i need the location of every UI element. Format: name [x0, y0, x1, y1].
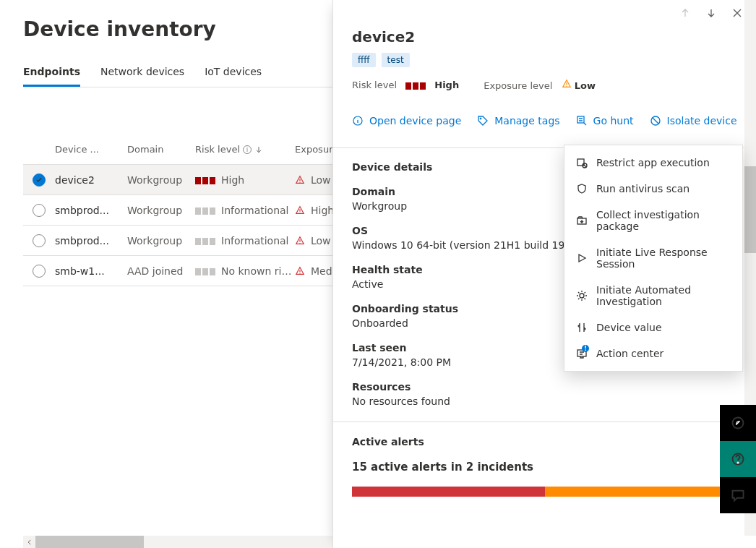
warning-icon: [295, 266, 305, 276]
warning-icon: [295, 205, 305, 215]
alerts-summary: 15 active alerts in 2 incidents: [352, 461, 737, 474]
scrollbar-thumb[interactable]: [744, 166, 756, 253]
open-device-page-button[interactable]: Open device page: [352, 115, 461, 127]
manage-tags-button[interactable]: Manage tags: [477, 115, 559, 127]
collect-icon: [576, 215, 588, 226]
device-name-cell: smb-w1...: [55, 265, 127, 277]
col-device[interactable]: Device ...: [55, 144, 127, 155]
menu-item-label: Run antivirus scan: [596, 183, 690, 194]
risk-bars-icon: [195, 177, 215, 184]
risk-level-meta: Risk level High: [352, 80, 459, 90]
compass-button[interactable]: [720, 405, 756, 441]
active-alerts-section-title: Active alerts: [352, 436, 424, 448]
exposure-level-meta: Exposure level Low: [484, 79, 596, 91]
device-name-heading: device2: [352, 28, 737, 46]
warning-icon: [295, 236, 305, 246]
help-ribbon: [720, 405, 756, 513]
panel-prev-button[interactable]: [679, 7, 691, 21]
col-domain[interactable]: Domain: [127, 144, 195, 155]
isolate-device-button[interactable]: Isolate device: [650, 115, 737, 127]
more-actions-menu: Restrict app executionRun antivirus scan…: [564, 145, 743, 372]
scroll-left-button[interactable]: [23, 536, 35, 548]
help-button[interactable]: [720, 441, 756, 477]
risk-cell: Informational: [195, 235, 295, 247]
row-checkbox[interactable]: [33, 204, 46, 217]
tag-chip[interactable]: ffff: [352, 53, 376, 67]
warning-icon: [295, 175, 305, 185]
menu-item-restrict-app-execution[interactable]: Restrict app execution: [564, 150, 742, 176]
col-risk[interactable]: Risk level i: [195, 144, 295, 155]
device-name-cell: smbprod...: [55, 205, 127, 216]
scrollbar-thumb[interactable]: [35, 536, 144, 548]
risk-cell: High: [195, 174, 295, 186]
risk-bars-icon: [195, 207, 215, 215]
tag-icon: [477, 115, 489, 127]
menu-item-action-center[interactable]: Action center!: [564, 341, 742, 367]
row-checkbox[interactable]: [33, 234, 46, 247]
alert-segment: [545, 487, 738, 497]
value-icon: [576, 322, 588, 333]
tab-iot-devices[interactable]: IoT devices: [205, 61, 262, 87]
block-icon: [650, 115, 661, 127]
risk-cell: No known risks..: [195, 265, 295, 277]
alerts-bar: [352, 487, 737, 497]
domain-cell: AAD joined: [127, 265, 195, 277]
risk-bars-icon: [195, 268, 215, 275]
row-checkbox[interactable]: [33, 174, 46, 187]
tag-chip[interactable]: test: [382, 53, 410, 67]
hunt-icon: [576, 115, 588, 127]
warning-icon: [562, 79, 572, 89]
tab-endpoints[interactable]: Endpoints: [23, 61, 80, 87]
domain-cell: Workgroup: [127, 205, 195, 216]
auto-icon: [576, 290, 588, 301]
badge-icon: !: [582, 345, 589, 352]
device-details-panel: device2 fffftest Risk level High Exposur…: [332, 0, 756, 548]
row-checkbox[interactable]: [33, 265, 46, 278]
device-name-cell: smbprod...: [55, 235, 127, 247]
shield-icon: [576, 183, 588, 194]
menu-item-collect-investigation-package[interactable]: Collect investigation package: [564, 202, 742, 239]
tab-network-devices[interactable]: Network devices: [100, 61, 184, 87]
device-name-cell: device2: [55, 174, 127, 186]
play-icon: [576, 252, 588, 264]
menu-item-device-value[interactable]: Device value: [564, 314, 742, 341]
menu-item-label: Collect investigation package: [596, 209, 731, 232]
menu-item-label: Initiate Live Response Session: [596, 247, 731, 270]
risk-bars-icon: [195, 238, 215, 245]
risk-cell: Informational: [195, 205, 295, 216]
menu-item-run-antivirus-scan[interactable]: Run antivirus scan: [564, 176, 742, 202]
menu-item-label: Initiate Automated Investigation: [596, 284, 731, 307]
menu-item-label: Action center: [596, 348, 663, 359]
alert-segment: [352, 487, 545, 497]
domain-cell: Workgroup: [127, 235, 195, 247]
field-value: No resources found: [352, 395, 737, 407]
panel-close-button[interactable]: [731, 7, 743, 21]
panel-action-row: Open device page Manage tags Go hunt Iso…: [352, 108, 737, 133]
go-hunt-button[interactable]: Go hunt: [576, 115, 634, 127]
menu-item-label: Device value: [596, 322, 662, 333]
risk-bars-icon: [405, 82, 426, 90]
field-label: Resources: [352, 381, 737, 393]
menu-item-initiate-live-response-session[interactable]: Initiate Live Response Session: [564, 239, 742, 277]
domain-cell: Workgroup: [127, 174, 195, 186]
tag-list: fffftest: [352, 53, 737, 67]
menu-item-initiate-automated-investigation[interactable]: Initiate Automated Investigation: [564, 277, 742, 314]
info-icon: i: [243, 145, 252, 154]
panel-next-button[interactable]: [705, 7, 717, 21]
feedback-button[interactable]: [720, 477, 756, 513]
restrict-icon: [576, 157, 588, 168]
info-icon: [352, 115, 364, 127]
menu-item-label: Restrict app execution: [596, 157, 710, 168]
